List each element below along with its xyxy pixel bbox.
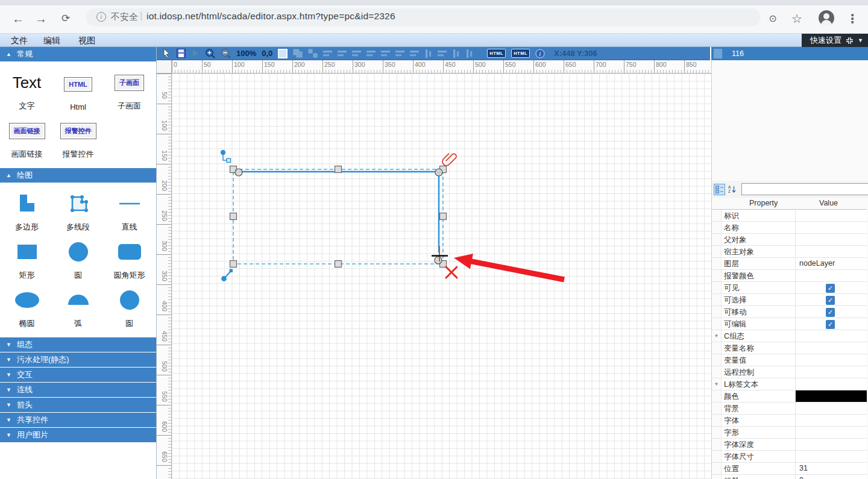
sidebar-section-5[interactable]: ▼连线 [0, 383, 156, 397]
section-toggle-icon: ▼ [6, 432, 11, 438]
page-tab-bar[interactable]: 116 [711, 47, 868, 60]
h-ruler-label-100: 100 [234, 61, 245, 68]
save-icon[interactable] [177, 49, 186, 58]
property-value[interactable]: ✓ [796, 306, 867, 318]
checkbox-可见[interactable]: ✓ [826, 284, 835, 293]
property-value[interactable]: ✓ [796, 282, 867, 293]
property-value[interactable] [796, 246, 867, 257]
menu-edit[interactable]: 编辑 [41, 35, 63, 47]
property-filter-input[interactable] [741, 183, 868, 195]
categorized-view-icon[interactable] [714, 184, 725, 195]
menu-view[interactable]: 视图 [76, 35, 98, 47]
sidebar-section-8[interactable]: ▼用户图片 [0, 428, 156, 442]
back-icon[interactable]: ← [10, 11, 27, 28]
palette-item-圆[interactable]: 圆 [104, 283, 155, 331]
palette-item-多线段[interactable]: 多线段 [52, 187, 104, 235]
palette-item-矩形[interactable]: 矩形 [1, 235, 52, 283]
menu-file[interactable]: 文件 [8, 35, 30, 47]
url-text[interactable]: iot.idosp.net/html/scada/editor.aspx.htm… [146, 11, 395, 22]
star-icon[interactable]: ☆ [788, 11, 805, 28]
vertex-corner[interactable] [435, 169, 442, 176]
avatar-icon[interactable] [819, 10, 834, 26]
checkbox-可移动[interactable]: ✓ [826, 308, 835, 317]
property-value[interactable]: 31 [796, 463, 867, 474]
property-value[interactable] [796, 222, 867, 233]
checkbox-可编辑[interactable]: ✓ [826, 320, 835, 329]
selection-rectangle[interactable] [233, 169, 443, 264]
sidebar-section-7[interactable]: ▼共享控件 [0, 413, 156, 427]
sidebar-section-0[interactable]: ▲常规 [0, 47, 156, 61]
sidebar-section-4[interactable]: ▼交互 [0, 368, 156, 382]
sidebar-section-6[interactable]: ▼箭头 [0, 398, 156, 412]
property-value[interactable] [796, 439, 867, 450]
sidebar-section-1[interactable]: ▲绘图 [0, 168, 156, 183]
align-bottom-icon [395, 49, 404, 57]
zoom-out-page-icon[interactable]: ⊙ [764, 11, 781, 28]
palette-item-圆[interactable]: 圆 [52, 235, 104, 283]
sort-az-icon[interactable]: AZ [726, 184, 738, 195]
palette-item-文字[interactable]: Text文字 [1, 66, 52, 114]
more-menu-icon[interactable]: ⋮ [844, 11, 861, 28]
page-info-icon[interactable]: i [96, 12, 106, 22]
property-value[interactable] [796, 415, 867, 426]
handle-mid-left[interactable] [230, 213, 237, 220]
property-label: 字体尺寸 [722, 451, 796, 462]
forward-icon[interactable]: → [33, 11, 49, 28]
palette-item-多边形[interactable]: 多边形 [1, 187, 52, 235]
property-value[interactable]: ✓ [796, 318, 867, 330]
zoom-in-icon[interactable] [205, 48, 215, 58]
canvas-size-icon[interactable] [278, 49, 288, 58]
sidebar-section-3[interactable]: ▼污水处理(静态) [0, 352, 156, 367]
property-value[interactable] [796, 330, 867, 342]
property-label: L标签文本 [722, 378, 796, 390]
property-value[interactable] [796, 390, 867, 402]
zoom-out-icon[interactable] [221, 48, 231, 58]
property-value[interactable]: nodeLayer [796, 258, 867, 269]
property-value[interactable] [796, 378, 867, 390]
property-value[interactable]: ✓ [796, 294, 867, 305]
color-swatch[interactable] [796, 390, 867, 402]
scada-editor-app: { "browser": { "security_label": "不安全", … [0, 0, 868, 479]
polyline-start-icon [221, 150, 231, 163]
handle-mid-right[interactable] [440, 213, 447, 220]
group-collapse-icon[interactable]: ▼ [712, 378, 722, 390]
palette-item-label: 子画面 [118, 101, 141, 111]
refresh-icon[interactable]: ⟳ [57, 11, 74, 28]
h-ruler-label-50: 50 [204, 61, 211, 68]
cursor-icon[interactable] [162, 48, 171, 58]
vertex-end[interactable] [435, 257, 442, 264]
handle-bottom-mid[interactable] [335, 261, 342, 268]
palette-item-直线[interactable]: 直线 [104, 187, 155, 235]
vertex-start[interactable] [235, 169, 242, 176]
html-preview-icon[interactable]: HTML [511, 49, 530, 58]
property-value[interactable] [796, 451, 867, 462]
property-value[interactable] [796, 210, 867, 221]
palette-item-椭圆[interactable]: 椭圆 [1, 283, 52, 331]
selection-handles[interactable] [230, 166, 447, 268]
property-value[interactable]: 0 [796, 475, 867, 479]
sidebar-section-2[interactable]: ▼组态 [0, 337, 156, 352]
property-value[interactable] [796, 402, 867, 414]
property-value[interactable] [796, 342, 867, 354]
palette-item-圆角矩形[interactable]: 圆角矩形 [104, 235, 155, 283]
property-value[interactable] [796, 427, 867, 438]
quick-settings-label: 快速设置 [810, 35, 841, 46]
vertex-handles[interactable] [235, 169, 442, 264]
palette-item-子画面[interactable]: 子画面子画面 [104, 66, 155, 114]
handle-top-mid[interactable] [335, 166, 342, 173]
palette-item-画面链接[interactable]: 画面链接画面链接 [1, 114, 52, 162]
palette-item-弧[interactable]: 弧 [52, 283, 104, 331]
group-collapse-icon[interactable]: ▼ [712, 330, 722, 342]
html-export-icon[interactable]: HTML [487, 49, 506, 58]
property-value[interactable] [796, 366, 867, 378]
property-value[interactable] [796, 234, 867, 245]
checkbox-可选择[interactable]: ✓ [826, 296, 835, 305]
handle-bottom-left[interactable] [230, 261, 237, 268]
info-icon[interactable]: i [535, 49, 545, 58]
palette-item-Html[interactable]: HTMLHtml [52, 66, 104, 114]
design-canvas[interactable] [172, 74, 711, 479]
property-value[interactable] [796, 270, 867, 281]
quick-settings-button[interactable]: 快速设置 ▼ [802, 34, 868, 47]
palette-item-报警控件[interactable]: 报警控件报警控件 [52, 114, 104, 162]
property-value[interactable] [796, 354, 867, 366]
